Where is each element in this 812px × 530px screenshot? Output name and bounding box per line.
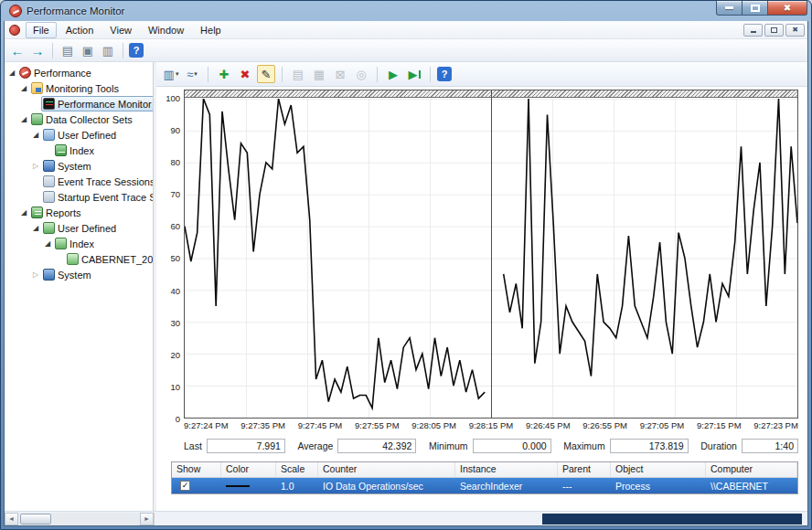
close-button[interactable]: ✖ [767, 1, 807, 16]
tree-expander-icon[interactable]: ◢ [30, 224, 41, 232]
back-icon[interactable]: ← [8, 41, 27, 59]
tree-item-startup-event-trace-ses[interactable]: Startup Event Trace Ses [5, 189, 153, 205]
tree-expander-icon[interactable]: ▷ [30, 270, 41, 279]
monitor-icon [43, 98, 55, 110]
scrollbar-thumb[interactable] [20, 514, 51, 525]
close-icon: ✖ [784, 4, 791, 13]
forward-icon[interactable]: → [28, 41, 47, 59]
delete-counter-icon[interactable]: ✖ [236, 65, 254, 83]
view-current-activity-icon[interactable]: ▥▾ [162, 65, 180, 83]
legend-header-parent[interactable]: Parent [558, 462, 611, 477]
tree-item-data-collector-sets[interactable]: ◢Data Collector Sets [5, 111, 153, 127]
object-cell: Process [611, 478, 706, 493]
system-icon [43, 160, 55, 172]
highlight-icon[interactable]: ✎ [257, 65, 275, 83]
tree-item-label: Performance [34, 68, 91, 79]
tree-item-index[interactable]: ◢Index [5, 236, 153, 251]
tree-item-user-defined[interactable]: ◢User Defined [5, 220, 153, 236]
scrollbar-track[interactable] [18, 513, 140, 525]
help-icon[interactable]: ? [437, 67, 452, 81]
zoom-icon: ◎ [352, 65, 370, 83]
report-folder-icon [55, 238, 67, 249]
menu-help[interactable]: Help [193, 22, 229, 38]
tree-item-label: System [58, 270, 91, 281]
tree-item-event-trace-sessions[interactable]: Event Trace Sessions [5, 174, 153, 189]
legend-header-object[interactable]: Object [611, 462, 706, 477]
menu-action[interactable]: Action [59, 22, 102, 38]
add-counter-icon[interactable]: ✚ [215, 65, 233, 83]
main-toolbar: ←→▤▣▥? [5, 39, 807, 62]
legend-row[interactable]: ✓1.0IO Data Operations/secSearchIndexer-… [172, 478, 797, 493]
properties-window-icon[interactable]: ▣ [79, 41, 97, 59]
tree-item-label: Data Collector Sets [46, 114, 133, 125]
stat-maximum-value: 173.819 [610, 439, 689, 453]
show-checkbox[interactable]: ✓ [180, 481, 190, 491]
tree-item-reports[interactable]: ◢Reports [5, 205, 153, 220]
tree-expander-icon[interactable]: ◢ [30, 131, 41, 139]
y-axis-label: 40 [158, 287, 180, 296]
tree-expander-icon[interactable]: ◢ [6, 69, 17, 77]
parent-cell: --- [558, 478, 611, 493]
legend-header-instance[interactable]: Instance [455, 462, 558, 477]
tree-entry: Startup Event Trace Ses [41, 189, 154, 205]
paste-counter-list-icon: ▦ [310, 65, 328, 83]
maximize-button[interactable] [743, 1, 767, 16]
sessions-icon [43, 175, 55, 187]
show-console-tree-icon[interactable]: ▤ [59, 41, 77, 59]
tree-item-label: Monitoring Tools [46, 83, 119, 94]
minimize-button[interactable] [716, 1, 743, 16]
performance-icon [19, 67, 31, 79]
y-axis-label: 50 [158, 254, 180, 263]
stat-duration: Duration 1:40 [700, 439, 798, 453]
tree-item-label: Performance Monitor [58, 99, 152, 110]
tree-item-performance-monitor[interactable]: Performance Monitor [5, 96, 153, 111]
tree-item-monitoring-tools[interactable]: ◢Monitoring Tools [5, 80, 153, 96]
tree-item-cabernet-2011[interactable]: CABERNET_2011 [5, 251, 153, 267]
stat-average: Average 42.392 [297, 439, 416, 453]
legend-header-color[interactable]: Color [221, 462, 276, 477]
tree-item-user-defined[interactable]: ◢User Defined [5, 127, 153, 143]
menu-window[interactable]: Window [141, 22, 191, 38]
tree-expander-icon[interactable]: ◢ [18, 208, 29, 217]
tree-item-system[interactable]: ▷System [5, 267, 153, 282]
tree-expander-icon[interactable]: ◢ [42, 239, 53, 248]
freeze-display-icon[interactable]: ▶ [384, 65, 402, 83]
tree-expander-icon[interactable]: ◢ [18, 84, 29, 92]
change-graph-type-icon[interactable]: ≈▾ [183, 65, 201, 83]
tree-item-system[interactable]: ▷System [5, 158, 153, 174]
tree-expander-icon[interactable]: ▷ [30, 162, 41, 170]
legend-header-counter[interactable]: Counter [318, 462, 455, 477]
caption-buttons: ✖ [716, 1, 807, 16]
legend-header-show[interactable]: Show [172, 462, 221, 477]
legend-header-computer[interactable]: Computer [706, 462, 797, 477]
stat-maximum-label: Maximum [563, 440, 605, 451]
scroll-right-button[interactable]: ► [140, 513, 154, 525]
legend-header-scale[interactable]: Scale [276, 462, 318, 477]
tree-item-index[interactable]: Index [5, 143, 153, 158]
titlebar[interactable]: Performance Monitor ✖ [4, 1, 808, 21]
y-axis-label: 80 [158, 158, 180, 167]
menu-file[interactable]: File [26, 22, 57, 38]
scroll-left-button[interactable]: ◄ [5, 513, 18, 525]
mdi-close-button[interactable]: ✖ [785, 24, 805, 37]
update-data-icon[interactable]: ▶ [405, 65, 423, 83]
content-area: ◢Performance◢Monitoring ToolsPerformance… [5, 62, 807, 511]
tree-expander-icon[interactable]: ◢ [18, 115, 29, 123]
tree-horizontal-scrollbar[interactable]: ◄ ► [5, 513, 155, 525]
report-folder-icon [43, 222, 55, 234]
help-icon[interactable]: ? [129, 43, 144, 58]
show-cell: ✓ [172, 478, 221, 493]
tree-item-label: Event Trace Sessions [58, 176, 154, 187]
mdi-restore-button[interactable] [764, 24, 784, 37]
export-list-icon[interactable]: ▥ [99, 41, 117, 59]
sessions-icon [43, 191, 55, 203]
performance-graph[interactable] [184, 90, 798, 419]
tree-entry: Index [53, 143, 98, 158]
menu-items: FileActionViewWindowHelp [25, 21, 230, 38]
mdi-minimize-button[interactable] [743, 24, 763, 37]
menu-view[interactable]: View [102, 22, 139, 38]
toolbar-separator [208, 67, 208, 82]
plot-column: 9:27:24 PM9:27:35 PM9:27:45 PM9:27:55 PM… [184, 90, 798, 432]
tree-item-performance[interactable]: ◢Performance [5, 65, 153, 80]
stat-minimum-label: Minimum [429, 440, 468, 451]
